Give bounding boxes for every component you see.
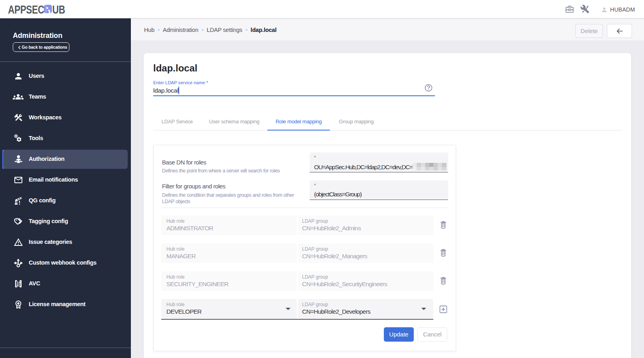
svg-text:01: 01 [17,284,21,288]
